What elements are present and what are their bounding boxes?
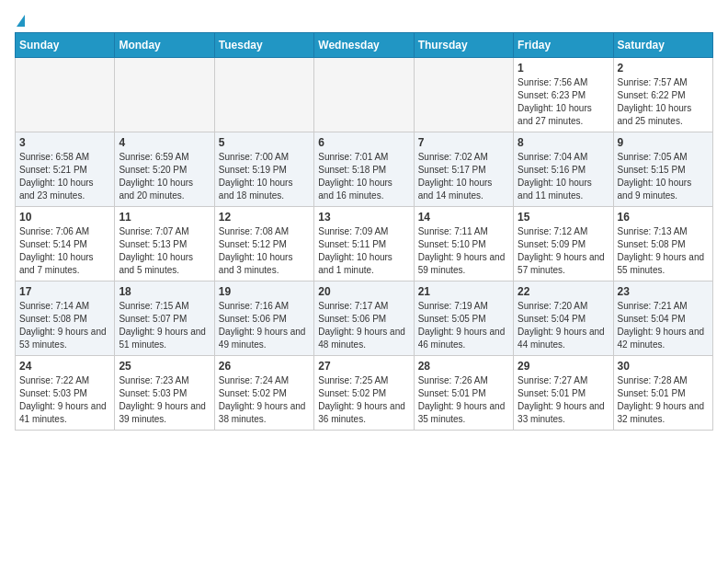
page-header (15, 15, 713, 25)
calendar-week-row: 10Sunrise: 7:06 AM Sunset: 5:14 PM Dayli… (16, 207, 713, 282)
day-number: 13 (318, 211, 409, 224)
day-info: Sunrise: 7:20 AM Sunset: 5:04 PM Dayligh… (518, 300, 609, 351)
day-header-saturday: Saturday (613, 33, 712, 58)
day-info: Sunrise: 7:07 AM Sunset: 5:13 PM Dayligh… (119, 225, 210, 277)
day-info: Sunrise: 7:11 AM Sunset: 5:10 PM Dayligh… (418, 225, 509, 277)
day-number: 22 (518, 285, 609, 298)
calendar-cell: 21Sunrise: 7:19 AM Sunset: 5:05 PM Dayli… (414, 282, 513, 356)
calendar-week-row: 3Sunrise: 6:58 AM Sunset: 5:21 PM Daylig… (16, 132, 713, 207)
calendar-cell (314, 58, 414, 132)
calendar-cell: 14Sunrise: 7:11 AM Sunset: 5:10 PM Dayli… (414, 207, 513, 282)
calendar-cell (16, 58, 115, 132)
calendar-cell: 1Sunrise: 7:56 AM Sunset: 6:23 PM Daylig… (514, 58, 613, 132)
day-number: 12 (219, 211, 310, 224)
day-header-monday: Monday (115, 33, 214, 58)
calendar-cell: 28Sunrise: 7:26 AM Sunset: 5:01 PM Dayli… (414, 356, 513, 431)
day-header-thursday: Thursday (414, 33, 513, 58)
day-info: Sunrise: 7:25 AM Sunset: 5:02 PM Dayligh… (318, 374, 409, 426)
calendar-cell: 13Sunrise: 7:09 AM Sunset: 5:11 PM Dayli… (314, 207, 414, 282)
day-number: 30 (618, 360, 709, 373)
calendar-cell: 8Sunrise: 7:04 AM Sunset: 5:16 PM Daylig… (514, 132, 613, 207)
day-number: 1 (518, 62, 609, 75)
day-header-wednesday: Wednesday (314, 33, 414, 58)
calendar-cell: 6Sunrise: 7:01 AM Sunset: 5:18 PM Daylig… (314, 132, 414, 207)
day-info: Sunrise: 7:24 AM Sunset: 5:02 PM Dayligh… (219, 374, 310, 426)
day-info: Sunrise: 7:17 AM Sunset: 5:06 PM Dayligh… (318, 300, 409, 351)
day-number: 29 (518, 360, 609, 373)
calendar-cell: 20Sunrise: 7:17 AM Sunset: 5:06 PM Dayli… (314, 282, 414, 356)
calendar-cell: 10Sunrise: 7:06 AM Sunset: 5:14 PM Dayli… (16, 207, 115, 282)
day-number: 25 (119, 360, 210, 373)
calendar-cell: 3Sunrise: 6:58 AM Sunset: 5:21 PM Daylig… (16, 132, 115, 207)
calendar-cell: 23Sunrise: 7:21 AM Sunset: 5:04 PM Dayli… (613, 282, 712, 356)
day-info: Sunrise: 7:12 AM Sunset: 5:09 PM Dayligh… (518, 225, 609, 277)
calendar-cell: 25Sunrise: 7:23 AM Sunset: 5:03 PM Dayli… (115, 356, 214, 431)
day-number: 8 (518, 136, 609, 149)
day-number: 15 (518, 211, 609, 224)
day-info: Sunrise: 7:15 AM Sunset: 5:07 PM Dayligh… (119, 300, 210, 351)
calendar-week-row: 24Sunrise: 7:22 AM Sunset: 5:03 PM Dayli… (16, 356, 713, 431)
logo (15, 15, 25, 25)
calendar-week-row: 1Sunrise: 7:56 AM Sunset: 6:23 PM Daylig… (16, 58, 713, 132)
day-info: Sunrise: 7:02 AM Sunset: 5:17 PM Dayligh… (418, 151, 509, 202)
day-info: Sunrise: 7:16 AM Sunset: 5:06 PM Dayligh… (219, 300, 310, 351)
calendar-cell: 12Sunrise: 7:08 AM Sunset: 5:12 PM Dayli… (214, 207, 313, 282)
calendar-cell: 16Sunrise: 7:13 AM Sunset: 5:08 PM Dayli… (613, 207, 712, 282)
calendar-cell: 9Sunrise: 7:05 AM Sunset: 5:15 PM Daylig… (613, 132, 712, 207)
calendar-cell: 2Sunrise: 7:57 AM Sunset: 6:22 PM Daylig… (613, 58, 712, 132)
day-number: 28 (418, 360, 509, 373)
calendar-cell: 26Sunrise: 7:24 AM Sunset: 5:02 PM Dayli… (214, 356, 313, 431)
calendar-cell: 7Sunrise: 7:02 AM Sunset: 5:17 PM Daylig… (414, 132, 513, 207)
day-number: 24 (19, 360, 110, 373)
calendar-cell: 17Sunrise: 7:14 AM Sunset: 5:08 PM Dayli… (16, 282, 115, 356)
day-number: 10 (19, 211, 110, 224)
day-info: Sunrise: 7:04 AM Sunset: 5:16 PM Dayligh… (518, 151, 609, 202)
day-info: Sunrise: 7:56 AM Sunset: 6:23 PM Dayligh… (518, 76, 609, 128)
day-number: 3 (19, 136, 110, 149)
calendar-cell: 11Sunrise: 7:07 AM Sunset: 5:13 PM Dayli… (115, 207, 214, 282)
day-number: 18 (119, 285, 210, 298)
day-info: Sunrise: 7:06 AM Sunset: 5:14 PM Dayligh… (19, 225, 110, 277)
day-info: Sunrise: 7:09 AM Sunset: 5:11 PM Dayligh… (318, 225, 409, 277)
calendar-cell: 24Sunrise: 7:22 AM Sunset: 5:03 PM Dayli… (16, 356, 115, 431)
day-number: 14 (418, 211, 509, 224)
calendar-header-row: SundayMondayTuesdayWednesdayThursdayFrid… (16, 33, 713, 58)
day-info: Sunrise: 7:19 AM Sunset: 5:05 PM Dayligh… (418, 300, 509, 351)
day-info: Sunrise: 7:21 AM Sunset: 5:04 PM Dayligh… (618, 300, 709, 351)
day-number: 17 (19, 285, 110, 298)
day-number: 5 (219, 136, 310, 149)
day-header-sunday: Sunday (16, 33, 115, 58)
day-number: 20 (318, 285, 409, 298)
day-info: Sunrise: 6:59 AM Sunset: 5:20 PM Dayligh… (119, 151, 210, 202)
day-header-friday: Friday (514, 33, 613, 58)
day-header-tuesday: Tuesday (214, 33, 313, 58)
calendar-cell: 4Sunrise: 6:59 AM Sunset: 5:20 PM Daylig… (115, 132, 214, 207)
calendar-week-row: 17Sunrise: 7:14 AM Sunset: 5:08 PM Dayli… (16, 282, 713, 356)
calendar-cell: 27Sunrise: 7:25 AM Sunset: 5:02 PM Dayli… (314, 356, 414, 431)
calendar-cell: 19Sunrise: 7:16 AM Sunset: 5:06 PM Dayli… (214, 282, 313, 356)
day-number: 4 (119, 136, 210, 149)
calendar-cell (214, 58, 313, 132)
day-number: 6 (318, 136, 409, 149)
day-info: Sunrise: 7:01 AM Sunset: 5:18 PM Dayligh… (318, 151, 409, 202)
day-number: 16 (618, 211, 709, 224)
day-info: Sunrise: 6:58 AM Sunset: 5:21 PM Dayligh… (19, 151, 110, 202)
day-info: Sunrise: 7:13 AM Sunset: 5:08 PM Dayligh… (618, 225, 709, 277)
day-number: 19 (219, 285, 310, 298)
day-info: Sunrise: 7:28 AM Sunset: 5:01 PM Dayligh… (618, 374, 709, 426)
day-info: Sunrise: 7:00 AM Sunset: 5:19 PM Dayligh… (219, 151, 310, 202)
day-info: Sunrise: 7:14 AM Sunset: 5:08 PM Dayligh… (19, 300, 110, 351)
day-info: Sunrise: 7:57 AM Sunset: 6:22 PM Dayligh… (618, 76, 709, 128)
calendar-cell: 18Sunrise: 7:15 AM Sunset: 5:07 PM Dayli… (115, 282, 214, 356)
logo-triangle-icon (17, 15, 25, 27)
calendar-cell: 15Sunrise: 7:12 AM Sunset: 5:09 PM Dayli… (514, 207, 613, 282)
calendar-cell (115, 58, 214, 132)
day-number: 7 (418, 136, 509, 149)
calendar-cell: 5Sunrise: 7:00 AM Sunset: 5:19 PM Daylig… (214, 132, 313, 207)
day-info: Sunrise: 7:22 AM Sunset: 5:03 PM Dayligh… (19, 374, 110, 426)
day-info: Sunrise: 7:23 AM Sunset: 5:03 PM Dayligh… (119, 374, 210, 426)
day-number: 27 (318, 360, 409, 373)
day-number: 23 (618, 285, 709, 298)
day-info: Sunrise: 7:05 AM Sunset: 5:15 PM Dayligh… (618, 151, 709, 202)
calendar-cell (414, 58, 513, 132)
